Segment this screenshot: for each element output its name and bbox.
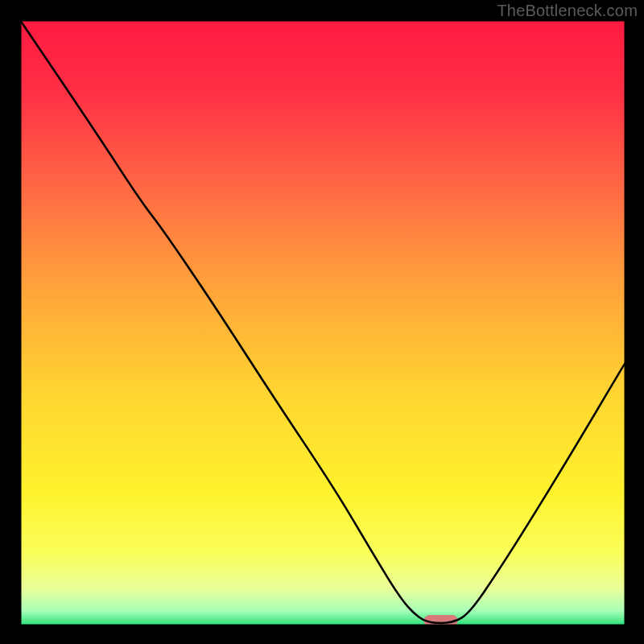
chart-container: TheBottleneck.com	[0, 0, 644, 644]
watermark-text: TheBottleneck.com	[497, 2, 638, 20]
gradient-background	[20, 20, 625, 625]
bottleneck-chart	[0, 0, 644, 644]
